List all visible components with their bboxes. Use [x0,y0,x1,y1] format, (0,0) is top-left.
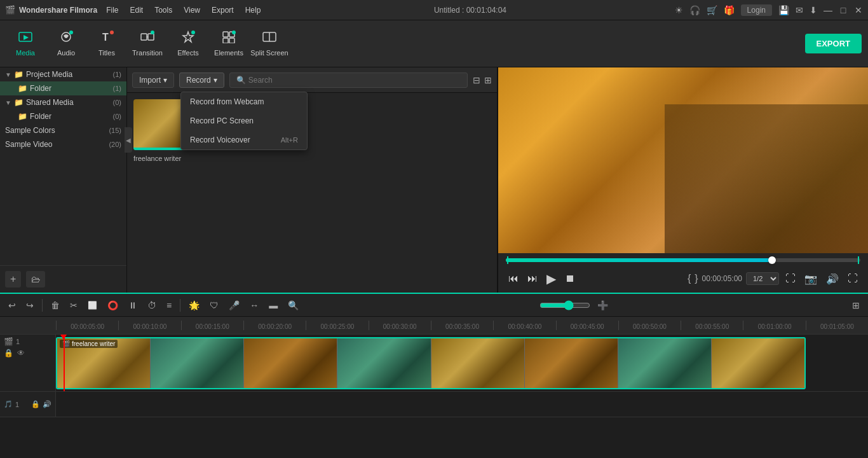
volume-button[interactable]: 🔊 [824,272,841,286]
menu-export[interactable]: Export [207,4,239,16]
sample-video-item[interactable]: Sample Video (20) [0,137,126,151]
media-icon [18,31,32,46]
remove-item-button[interactable]: 🗁 [26,271,45,288]
progress-bar-container[interactable] [498,253,868,267]
menu-file[interactable]: File [101,4,123,16]
toolbar-elements[interactable]: Elements [210,24,248,64]
sticker-button[interactable]: 🛡 [207,298,222,312]
stop-button[interactable]: ⏹ [562,272,578,286]
redo-button[interactable]: ↪ [23,298,37,312]
toolbar-effects[interactable]: Effects [169,24,207,64]
export-button[interactable]: EXPORT [805,34,862,53]
search-icon: 🔍 [236,76,246,85]
clip-frames [57,338,804,388]
svg-marker-1 [24,35,29,40]
toolbar-titles-label: Titles [98,49,115,57]
cut-button[interactable]: ✂ [67,298,81,312]
audio-record-button[interactable]: 🎤 [226,298,243,312]
search-box[interactable]: 🔍 [229,73,468,88]
shared-folder-item[interactable]: 📁 Folder (0) [0,109,126,123]
record-voiceover-item[interactable]: Record Voiceover Alt+R [181,130,307,149]
toolbar-audio-label: Audio [57,49,75,57]
playback-speed-select[interactable]: 1/2 1/4 Full [746,272,779,285]
record-button[interactable]: Record ▾ [179,73,224,88]
record-webcam-item[interactable]: Record from Webcam [181,92,307,111]
toolbar-media[interactable]: Media [6,24,44,64]
step-back-button[interactable]: ⏭ [525,272,540,286]
skip-back-button[interactable]: ⏮ [506,272,521,286]
login-button[interactable]: Login [741,4,772,16]
audio-lock-icon[interactable]: 🔒 [31,400,40,408]
progress-thumb [768,256,776,264]
progress-bar[interactable] [506,258,860,262]
zoom-in-button[interactable]: ➕ [594,298,611,312]
panel-collapse-btn[interactable]: ◀ [125,127,127,153]
sample-colors-item[interactable]: Sample Colors (15) [0,123,126,137]
delete-button[interactable]: 🗑 [48,298,63,312]
undo-button[interactable]: ↩ [5,298,19,312]
menu-tools[interactable]: Tools [149,4,177,16]
svg-rect-9 [229,38,234,43]
search-input[interactable] [248,76,461,85]
screenshot-button[interactable]: 📷 [802,272,820,286]
effects-icon [181,31,195,46]
record-screen-label: Record PC Screen [190,116,254,125]
menu-view[interactable]: View [179,4,205,16]
filter-icon[interactable]: ⊟ [473,75,480,85]
zoom-slider[interactable] [539,300,590,310]
subtitle-button[interactable]: ▬ [266,298,281,312]
shared-media-item[interactable]: ▼ 📁 Shared Media (0) [0,95,126,109]
ruler-mark-4: 00:00:25:00 [306,321,368,330]
bracket-right-icon[interactable]: } [695,273,698,284]
audio-volume-icon[interactable]: 🔊 [43,400,51,408]
gift-icon[interactable]: 🎁 [724,5,735,15]
toolbar-titles[interactable]: T Titles [88,24,126,64]
close-button[interactable]: ✕ [854,6,863,15]
crop-button[interactable]: ⬜ [85,299,100,312]
svg-text:T: T [102,32,109,43]
adjust-button[interactable]: ≡ [163,298,175,312]
time-display: 00:00:05:00 [702,274,742,283]
mail-icon[interactable]: ✉ [796,5,803,15]
import-button[interactable]: Import ▾ [132,73,174,88]
tl-sep-1 [42,299,43,312]
clip-label: 🎬 freelance writer [60,340,118,348]
settings-button[interactable]: ⛶ [845,272,860,286]
add-folder-button[interactable]: + [5,271,21,288]
download-icon[interactable]: ⬇ [810,5,817,15]
save-icon[interactable]: 💾 [778,5,789,15]
visibility-icon[interactable]: 👁 [17,349,25,357]
grid-view-icon[interactable]: ⊞ [484,75,492,85]
lock-icon[interactable]: 🔒 [4,349,13,357]
bracket-left-icon[interactable]: { [688,273,691,284]
headphones-icon[interactable]: 🎧 [689,5,700,15]
frame-6 [525,338,618,388]
minimize-button[interactable]: — [824,6,832,15]
menu-help[interactable]: Help [240,4,266,16]
menu-edit[interactable]: Edit [125,4,148,16]
marker-button[interactable]: ⏱ [144,298,159,312]
video-track-content[interactable]: 🎬 freelance writer [56,335,868,391]
detach-audio-button[interactable]: ↔ [247,298,262,312]
fullscreen-timeline-button[interactable]: ⊞ [849,298,863,312]
brightness-icon[interactable]: ☀ [675,5,683,15]
toolbar-split-screen[interactable]: Split Screen [250,24,288,64]
auto-enhance-button[interactable]: 🌟 [186,298,203,312]
record-screen-item[interactable]: Record PC Screen [181,111,307,130]
play-button[interactable]: ▶ [544,270,559,288]
project-media-count: (1) [113,71,121,78]
maximize-button[interactable]: □ [839,6,848,15]
cart-icon[interactable]: 🛒 [707,5,717,15]
audio-track-content[interactable] [56,392,868,417]
toolbar-transition[interactable]: Transition [128,24,166,64]
toolbar-audio[interactable]: Audio [47,24,85,64]
video-clip-1[interactable]: 🎬 freelance writer [56,337,806,389]
project-media-item[interactable]: ▼ 📁 Project Media (1) [0,67,126,81]
zoom-out-button[interactable]: 🔍 [285,298,302,312]
folder-item[interactable]: 📁 Folder (1) [0,81,126,95]
freeze-button[interactable]: ⏸ [125,298,140,312]
timeline-tracks: 🎬 1 🔒 👁 🎬 freelance writer [0,335,868,417]
frame-7 [618,338,712,388]
speed-button[interactable]: ⭕ [104,298,121,312]
fullscreen-button[interactable]: ⛶ [783,272,798,286]
